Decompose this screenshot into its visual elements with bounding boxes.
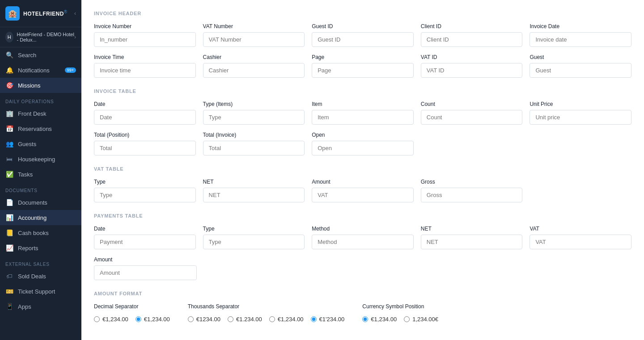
apps-icon: 📱 — [5, 303, 13, 310]
thousands-separator-options: €1234.00 €1.234.00 €1,234.00 €1'234.00 — [188, 316, 345, 323]
it-item-input[interactable] — [312, 110, 414, 125]
sidebar-item-reservations[interactable]: 📅 Reservations — [0, 121, 81, 136]
it-unit-price-group: Unit Price — [530, 101, 631, 125]
currency-radio-after[interactable] — [404, 316, 410, 322]
pay-amount-group: Amount — [94, 256, 197, 280]
it-date-input[interactable] — [94, 110, 196, 125]
vat-net-input[interactable] — [203, 188, 305, 202]
invoice-number-input[interactable] — [94, 32, 196, 47]
thousands-radio-space[interactable] — [269, 316, 275, 322]
pay-net-input[interactable] — [421, 235, 523, 249]
sidebar-item-label: Cash books — [18, 230, 49, 236]
pay-net-group: NET — [421, 226, 523, 249]
page-input[interactable] — [312, 63, 414, 78]
vat-table-form: Type NET Amount Gross — [94, 179, 631, 202]
it-total-inv-label: Total (Invoice) — [203, 132, 305, 138]
sidebar-item-sold-deals[interactable]: 🏷 Sold Deals — [0, 269, 81, 284]
decimal-option-comma-label: €1,234.00 — [102, 316, 128, 323]
sidebar-item-tasks[interactable]: ✅ Tasks — [0, 167, 81, 182]
thousands-option-apostrophe[interactable]: €1'234.00 — [311, 316, 345, 323]
invoice-date-input[interactable] — [530, 32, 631, 47]
sidebar-hotel[interactable]: H HotelFriend - DEMO Hotel - Delux... › — [0, 27, 81, 47]
invoice-time-input[interactable] — [94, 63, 196, 78]
invoice-number-label: Invoice Number — [94, 23, 196, 29]
sidebar-item-notifications[interactable]: 🔔 Notifications 99+ — [0, 63, 81, 78]
sidebar-item-search[interactable]: 🔍 Search — [0, 47, 81, 63]
sidebar-item-ticket-support[interactable]: 🎫 Ticket Support — [0, 284, 81, 299]
sidebar: 🏨 HOTELFRIEND® ‹ H HotelFriend - DEMO Ho… — [0, 0, 81, 340]
pay-amount-input[interactable] — [94, 265, 197, 280]
guest-input[interactable] — [530, 63, 631, 78]
vat-amount-input[interactable] — [312, 188, 414, 202]
sidebar-item-missions[interactable]: 🎯 Missions — [0, 78, 81, 93]
sidebar-item-front-desk[interactable]: 🏢 Front Desk — [0, 106, 81, 121]
decimal-radio-comma[interactable] — [94, 316, 100, 322]
decimal-separator-group: Decimal Separator €1,234.00 €1,234.00 — [94, 303, 170, 323]
sidebar-item-guests[interactable]: 👥 Guests — [0, 136, 81, 151]
vat-net-group: NET — [203, 179, 305, 202]
currency-option-after[interactable]: 1,234.00€ — [404, 316, 438, 323]
invoice-header-title: INVOICE HEADER — [94, 11, 631, 16]
pay-vat-label: VAT — [530, 226, 631, 232]
thousands-option-comma[interactable]: €1234.00 — [188, 316, 220, 323]
it-open-input[interactable] — [312, 141, 414, 155]
sidebar-item-reports[interactable]: 📈 Reports — [0, 240, 81, 256]
client-id-group: Client ID — [421, 23, 523, 47]
pay-date-input[interactable] — [94, 235, 196, 249]
invoice-table-form: Date Type (Items) Item Count Unit Price — [94, 101, 631, 155]
decimal-radio-period[interactable] — [136, 316, 141, 322]
sidebar-item-label: Front Desk — [18, 110, 47, 117]
sidebar-item-label: Apps — [18, 303, 31, 310]
sidebar-item-label: Accounting — [18, 214, 47, 221]
invoice-header-row1: Invoice Number VAT Number Guest ID Clien… — [94, 23, 631, 47]
sidebar-item-cash-books[interactable]: 📒 Cash books — [0, 225, 81, 240]
guest-id-input[interactable] — [312, 32, 414, 47]
decimal-option-period-label: €1,234.00 — [144, 316, 170, 323]
it-type-input[interactable] — [203, 110, 305, 125]
thousands-radio-apostrophe[interactable] — [311, 316, 317, 322]
currency-option-before[interactable]: €1,234.00 — [362, 316, 397, 323]
vat-gross-input[interactable] — [421, 188, 523, 202]
vat-id-input[interactable] — [421, 63, 523, 78]
payments-table-title: PAYMENTS TABLE — [94, 213, 631, 218]
decimal-option-period[interactable]: €1,234.00 — [136, 316, 170, 323]
sidebar-item-apps[interactable]: 📱 Apps — [0, 299, 81, 314]
it-total-pos-input[interactable] — [94, 141, 196, 155]
pay-method-input[interactable] — [312, 235, 414, 249]
housekeeping-icon: 🛏 — [5, 155, 13, 163]
decimal-option-comma[interactable]: €1,234.00 — [94, 316, 128, 323]
sidebar-item-label: Notifications — [18, 67, 50, 74]
it-date-label: Date — [94, 101, 196, 107]
sidebar-item-housekeeping[interactable]: 🛏 Housekeeping — [0, 151, 81, 167]
pay-vat-input[interactable] — [530, 235, 631, 249]
vat-number-input[interactable] — [203, 32, 305, 47]
sidebar-item-documents[interactable]: 📄 Documents — [0, 195, 81, 210]
cashier-input[interactable] — [203, 63, 305, 78]
vat-type-input[interactable] — [94, 188, 196, 202]
tasks-icon: ✅ — [5, 171, 13, 178]
sidebar-item-accounting[interactable]: 📊 Accounting — [0, 210, 81, 225]
thousands-option-space-label: €1,234.00 — [278, 316, 304, 323]
hotel-info: H HotelFriend - DEMO Hotel - Delux... — [5, 32, 74, 42]
it-total-inv-input[interactable] — [203, 141, 305, 155]
it-count-group: Count — [421, 101, 523, 125]
pay-type-input[interactable] — [203, 235, 305, 249]
invoice-table-row1: Date Type (Items) Item Count Unit Price — [94, 101, 631, 125]
currency-radio-before[interactable] — [362, 316, 368, 322]
thousands-option-period[interactable]: €1.234.00 — [228, 316, 262, 323]
client-id-label: Client ID — [421, 23, 523, 29]
client-id-input[interactable] — [421, 32, 523, 47]
thousands-radio-comma[interactable] — [188, 316, 194, 322]
bell-icon: 🔔 — [5, 67, 13, 74]
vat-amount-label: Amount — [312, 179, 414, 185]
invoice-date-group: Invoice Date — [530, 23, 631, 47]
sidebar-collapse-icon[interactable]: ‹ — [74, 10, 76, 17]
thousands-option-space[interactable]: €1,234.00 — [269, 316, 304, 323]
vat-number-label: VAT Number — [203, 23, 305, 29]
it-unit-price-input[interactable] — [530, 110, 631, 125]
page-group: Page — [312, 54, 414, 78]
thousands-radio-period[interactable] — [228, 316, 233, 322]
documents-label: DOCUMENTS — [0, 182, 81, 195]
sidebar-item-label: Housekeeping — [18, 156, 55, 163]
it-count-input[interactable] — [421, 110, 523, 125]
